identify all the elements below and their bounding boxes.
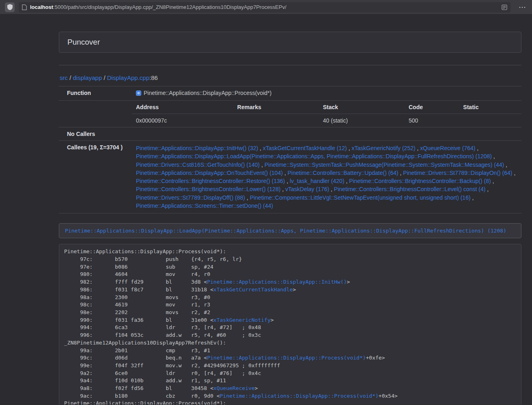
code-symbol-link[interactable]: xTaskGetCurrentTaskHandle xyxy=(213,287,293,293)
url-text: localhost:5000/path/src/displayapp/Displ… xyxy=(30,4,286,10)
callees-row: Callees (19, Σ=3704 ) Pinetime::Applicat… xyxy=(59,141,521,213)
callee-separator: , xyxy=(280,186,285,192)
stats-value: 40 (static) xyxy=(319,114,405,127)
callees-list: Pinetime::Applications::DisplayApp::Init… xyxy=(132,141,521,213)
callee-link[interactable]: Pinetime::Drivers::Cst816S::GetTouchInfo… xyxy=(136,162,260,168)
highlighted-symbol-link[interactable]: Pinetime::Applications::DisplayApp::Load… xyxy=(65,228,506,234)
callee-link[interactable]: Pinetime::Controllers::BrightnessControl… xyxy=(136,178,285,184)
callee-separator: , xyxy=(260,162,265,168)
highlighted-symbol-box: Pinetime::Applications::DisplayApp::Load… xyxy=(59,223,521,238)
function-row: Function Pinetime::Applications::Display… xyxy=(59,86,521,101)
code-symbol-link[interactable]: xQueueReceive xyxy=(213,385,255,391)
callee-link[interactable]: Pinetime::Drivers::St7789::DisplayOn() (… xyxy=(403,170,512,176)
page-content: Puncover src / displayapp / DisplayApp.c… xyxy=(0,15,532,405)
overflow-menu-icon[interactable]: ⋯ xyxy=(519,4,526,11)
callee-separator: , xyxy=(245,194,250,201)
stats-header: Stack xyxy=(319,101,405,114)
callee-link[interactable]: lv_task_handler (420) xyxy=(290,178,345,184)
callee-separator: , xyxy=(416,145,420,151)
breadcrumb-link[interactable]: src xyxy=(60,74,68,81)
callee-separator: , xyxy=(475,145,478,151)
callee-link[interactable]: vTaskDelay (176) xyxy=(285,186,329,192)
breadcrumb-link[interactable]: displayapp xyxy=(73,74,102,81)
callee-separator: , xyxy=(285,178,290,184)
callee-link[interactable]: xTaskGenericNotify (252) xyxy=(351,145,415,151)
callee-link[interactable]: Pinetime::Components::LittleVgl::SetNewT… xyxy=(250,194,471,201)
stats-row: AddressRemarksStackCodeStatic0x0000097c4… xyxy=(59,101,521,127)
callee-link[interactable]: Pinetime::Drivers::St7789::DisplayOff() … xyxy=(136,194,245,201)
app-title-panel: Puncover xyxy=(59,32,521,53)
function-icon xyxy=(136,90,141,97)
callee-link[interactable]: xQueueReceive (764) xyxy=(420,145,475,151)
code-symbol-link[interactable]: Pinetime::Applications::DisplayApp::Init… xyxy=(207,279,347,285)
callees-label: Callees (19, Σ=3704 ) xyxy=(59,141,132,213)
code-symbol-link[interactable]: xTaskGenericNotify xyxy=(213,317,271,323)
stats-value xyxy=(459,114,521,127)
callee-link[interactable]: Pinetime::Controllers::BrightnessControl… xyxy=(136,186,280,192)
callee-link[interactable]: xTaskGetCurrentTaskHandle (12) xyxy=(263,145,347,151)
breadcrumb: src / displayapp / DisplayApp.cpp:86 xyxy=(60,74,521,81)
callee-separator: , xyxy=(491,178,494,184)
divider xyxy=(59,65,521,65)
disassembly-listing: Pinetime::Applications::DisplayApp::Proc… xyxy=(59,244,521,405)
callee-separator: , xyxy=(504,162,507,168)
page-icon xyxy=(22,4,27,10)
stats-header: Address xyxy=(132,101,233,114)
shield-icon[interactable] xyxy=(5,2,15,12)
stats-value: 0x0000097c xyxy=(132,114,233,127)
url-bar[interactable]: localhost:5000/path/src/displayapp/Displ… xyxy=(19,2,510,13)
stats-header: Remarks xyxy=(233,101,319,114)
function-name: Pinetime::Applications::DisplayApp::Proc… xyxy=(144,90,271,96)
callee-link[interactable]: Pinetime::Controllers::Battery::Update()… xyxy=(288,170,398,176)
callee-separator: , xyxy=(347,145,352,151)
url-path: :5000/path/src/displayapp/DisplayApp.cpp… xyxy=(53,4,286,10)
page-title: Puncover xyxy=(67,38,100,46)
breadcrumb-separator: / xyxy=(68,74,73,81)
callee-separator: , xyxy=(485,186,489,192)
no-callers-label: No Callers xyxy=(59,127,132,141)
callee-separator: , xyxy=(329,186,334,192)
stats-header: Static xyxy=(459,101,521,114)
callee-link[interactable]: Pinetime::Applications::DisplayApp::Load… xyxy=(136,153,492,159)
callee-link[interactable]: Pinetime::Controllers::BrightnessControl… xyxy=(334,186,485,192)
stats-value xyxy=(233,114,319,127)
callee-separator: , xyxy=(513,170,516,176)
breadcrumb-link[interactable]: DisplayApp.cpp xyxy=(107,74,149,81)
stats-table: AddressRemarksStackCodeStatic0x0000097c4… xyxy=(132,101,521,127)
callee-separator: , xyxy=(471,194,474,201)
callee-separator: , xyxy=(283,170,288,176)
symbol-table: Function Pinetime::Applications::Display… xyxy=(59,86,521,213)
stats-header: Code xyxy=(405,101,459,114)
code-symbol-link[interactable]: Pinetime::Applications::DisplayApp::Proc… xyxy=(220,393,379,399)
reader-view-icon[interactable] xyxy=(498,4,507,10)
breadcrumb-line-number: :86 xyxy=(149,74,158,81)
stats-value: 500 xyxy=(405,114,459,127)
callee-link[interactable]: Pinetime::Applications::DisplayApp::Init… xyxy=(136,145,258,151)
function-label: Function xyxy=(59,86,132,101)
callee-link[interactable]: Pinetime::Applications::DisplayApp::OnTo… xyxy=(136,170,283,176)
callee-separator: , xyxy=(492,153,495,159)
callee-separator: , xyxy=(345,178,349,184)
code-symbol-link[interactable]: Pinetime::Applications::DisplayApp::Proc… xyxy=(207,355,366,361)
callee-link[interactable]: Pinetime::Controllers::BrightnessControl… xyxy=(349,178,491,184)
callee-separator: , xyxy=(398,170,403,176)
breadcrumb-separator: / xyxy=(102,74,107,81)
callee-link[interactable]: Pinetime::System::SystemTask::PushMessag… xyxy=(265,162,504,168)
callee-link[interactable]: Pinetime::Applications::Screens::Timer::… xyxy=(136,202,273,209)
callers-row: No Callers xyxy=(59,127,521,141)
callee-separator: , xyxy=(258,145,263,151)
browser-toolbar: localhost:5000/path/src/displayapp/Displ… xyxy=(0,0,532,15)
url-host: localhost xyxy=(30,4,53,10)
